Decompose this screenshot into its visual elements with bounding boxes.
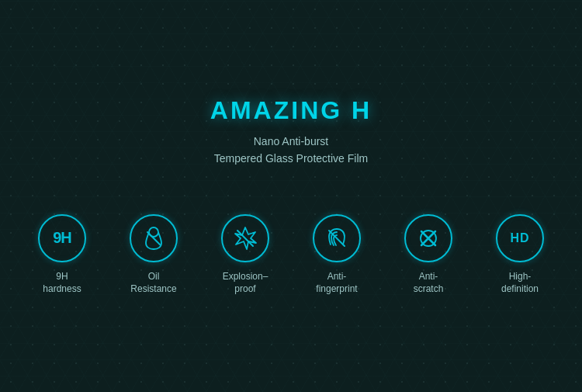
icon-9h-circle: 9H xyxy=(38,214,86,262)
label-anti-fingerprint: Anti-fingerprint xyxy=(316,270,357,297)
label-9h-hardness: 9Hhardness xyxy=(43,270,81,297)
label-anti-scratch: Anti-scratch xyxy=(414,270,444,297)
main-content: AMAZING H Nano Anti-burst Tempered Glass… xyxy=(0,0,582,392)
fingerprint-icon xyxy=(323,224,351,252)
icon-fingerprint-circle xyxy=(313,214,361,262)
label-high-definition: High-definition xyxy=(501,270,539,297)
product-subtitle: Nano Anti-burst Tempered Glass Protectiv… xyxy=(214,133,368,168)
scratch-icon xyxy=(414,224,442,252)
feature-anti-fingerprint: Anti-fingerprint xyxy=(306,214,368,297)
oil-icon xyxy=(140,224,168,252)
feature-oil-resistance: OilResistance xyxy=(123,214,185,297)
feature-explosion-proof: Explosion–proof xyxy=(214,214,276,297)
features-row: 9H 9Hhardness OilResistance xyxy=(31,214,551,297)
label-oil-resistance: OilResistance xyxy=(130,270,176,297)
explosion-icon xyxy=(231,224,259,252)
feature-high-definition: HD High-definition xyxy=(489,214,551,297)
icon-oil-circle xyxy=(130,214,178,262)
icon-hd: HD xyxy=(510,231,529,245)
icon-explosion-circle xyxy=(221,214,269,262)
icon-scratch-circle xyxy=(404,214,452,262)
product-title: AMAZING H xyxy=(210,96,372,125)
label-explosion-proof: Explosion–proof xyxy=(223,270,268,297)
feature-9h-hardness: 9H 9Hhardness xyxy=(31,214,93,297)
feature-anti-scratch: Anti-scratch xyxy=(397,214,459,297)
icon-9h: 9H xyxy=(53,229,71,247)
icon-hd-circle: HD xyxy=(496,214,544,262)
